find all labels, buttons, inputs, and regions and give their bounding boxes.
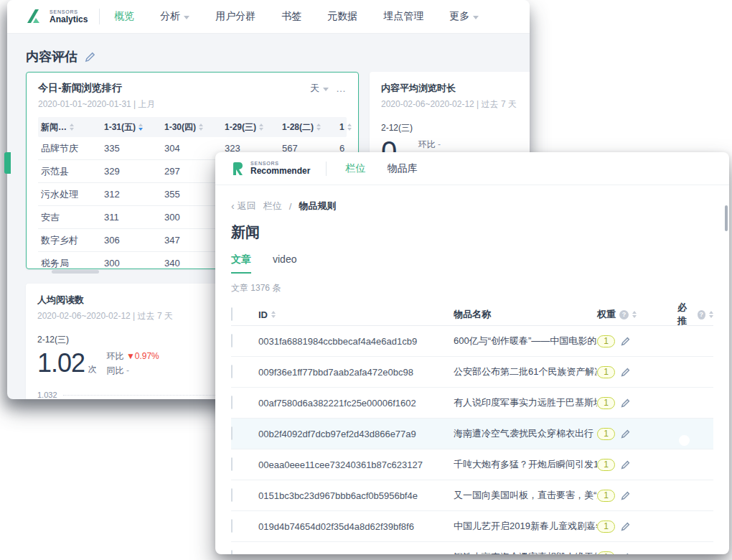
news-column-header[interactable]: 新闻… [41, 121, 104, 134]
breadcrumb-parent[interactable]: 栏位 [263, 200, 282, 213]
column-id: ID [258, 309, 268, 320]
sensors-recommender-logo[interactable]: SENSORS Recommender [230, 161, 310, 177]
edit-weight-icon[interactable] [621, 429, 630, 439]
edit-weight-icon[interactable] [621, 553, 630, 555]
nav-item[interactable]: 埋点管理 [383, 10, 423, 23]
table-row[interactable]: 00eaa0eee11cee73240361b87c623127 千吨大炮有多猛… [231, 449, 713, 480]
item-name: 600亿与“创作暖春”——中国电影的2018 [454, 335, 597, 347]
item-id: 0151bc3bc23d967bbb6acf0b5956bf4e [258, 490, 454, 501]
recommender-tab[interactable]: 栏位 [345, 162, 365, 175]
chevron-down-icon [473, 16, 479, 19]
nav-item[interactable]: 用户分群 [215, 10, 255, 23]
metric-date-label: 2-12(三) [381, 122, 530, 134]
items-table-body: 0031fa6881984ccbbecaf4a4e6ad1cb9 600亿与“创… [231, 326, 713, 554]
edit-weight-icon[interactable] [621, 368, 630, 377]
item-name: 钢铁大亨李海仓遇害真相毁人缘于仇富心理 [454, 551, 597, 554]
item-id: 00af7580d6a382221fc25e00006f1602 [258, 398, 454, 409]
metric-unit: 次 [88, 364, 97, 374]
news-column-header[interactable]: 1-29(三) [225, 121, 282, 134]
nav-item[interactable]: 元数据 [327, 10, 357, 23]
news-column-header[interactable]: 1 [339, 122, 352, 132]
table-row[interactable]: 009f36e1ff77bbd7aab2afa472e0bc98 公安部公布第二… [231, 357, 713, 388]
card-date-range: 2020-01-01~2020-01-31 | 上月 [38, 98, 156, 111]
sort-icon[interactable] [139, 123, 143, 131]
edit-title-icon[interactable] [85, 52, 95, 62]
nav-item[interactable]: 更多 [449, 10, 479, 23]
edit-weight-icon[interactable] [621, 398, 630, 408]
brand-bottom: Analytics [50, 15, 88, 24]
recommender-body: ‹ 返回 栏位 / 物品规则 新闻 文章 video 文 [215, 200, 729, 554]
row-checkbox[interactable] [231, 457, 233, 471]
sort-icon[interactable] [316, 123, 321, 131]
item-name: 又一国向美国叫板，直击要害，美“新亚... [454, 489, 597, 502]
table-row[interactable]: 0151bc3bc23d967bbb6acf0b5956bf4e 又一国向美国叫… [231, 480, 713, 511]
card-more-button[interactable]: … [336, 83, 347, 94]
page-title: 内容评估 [26, 48, 78, 65]
weight-badge: 1 [597, 521, 615, 533]
nav-item[interactable]: 分析 [160, 10, 189, 23]
sort-icon[interactable] [70, 123, 74, 131]
content-tab[interactable]: 文章 [231, 253, 251, 274]
weight-badge: 1 [597, 397, 615, 409]
table-row[interactable]: 00af7580d6a382221fc25e00006f1602 有人说印度军事… [231, 388, 713, 419]
item-name: 千吨大炮有多猛？开炮后瞬间引发16级... [454, 458, 597, 471]
table-row[interactable]: 0031fa6881984ccbbecaf4a4e6ad1cb9 600亿与“创… [231, 326, 713, 357]
nav-item[interactable]: 概览 [114, 10, 134, 23]
news-column-header[interactable]: 1-30(四) [164, 121, 225, 134]
content-tab[interactable]: video [273, 253, 296, 274]
edit-weight-icon[interactable] [621, 491, 630, 500]
granularity-select[interactable]: 天 [310, 82, 329, 95]
section-title: 新闻 [231, 223, 713, 242]
row-checkbox[interactable] [231, 519, 233, 533]
breadcrumb-current: 物品规则 [299, 200, 336, 213]
news-column-header[interactable]: 1-28(二) [282, 121, 339, 134]
ratio-down-value: ▼0.97% [126, 351, 159, 361]
row-checkbox[interactable] [231, 365, 233, 378]
sort-icon[interactable] [632, 311, 637, 318]
select-all-checkbox[interactable] [231, 307, 233, 321]
sort-icon[interactable] [259, 123, 263, 131]
sort-icon[interactable] [709, 311, 713, 318]
sensors-logo-icon [26, 9, 44, 24]
edit-weight-icon[interactable] [621, 460, 630, 470]
sensors-analytics-logo[interactable]: SENSORS Analytics [26, 9, 88, 24]
row-checkbox[interactable] [231, 426, 233, 440]
table-row[interactable]: 01aa0d5701204bd00c48597276db5a87 钢铁大亨李海仓… [231, 542, 713, 554]
item-id: 01aa0d5701204bd00c48597276db5a87 [258, 552, 454, 555]
sort-icon[interactable] [271, 311, 276, 318]
sort-icon[interactable] [199, 123, 203, 131]
page-title-row: 内容评估 [7, 34, 530, 65]
column-weight: 权重 [597, 308, 616, 321]
metric-value: 1.02 [37, 348, 85, 378]
recommender-tab[interactable]: 物品库 [387, 162, 417, 175]
column-name: 物品名称 [454, 308, 491, 321]
top-navbar: SENSORS Analytics 概览 分析 [7, 0, 530, 34]
item-name: 公安部公布第二批61个民族资产解冻类... [454, 365, 597, 378]
news-column-header[interactable]: 1-31(五) [104, 121, 164, 134]
recommender-tabs: 栏位 物品库 [345, 162, 438, 175]
edit-weight-icon[interactable] [621, 522, 630, 531]
side-feedback-tab[interactable] [4, 152, 11, 174]
weight-badge: 1 [597, 490, 615, 502]
table-row[interactable]: 019d4b74654d02f35d4a8d62f39bf8f6 中国儿艺开启2… [231, 511, 713, 542]
item-id: 0031fa6881984ccbbecaf4a4e6ad1cb9 [258, 336, 454, 347]
table-row[interactable]: 00b2f4092df7dcb97ef2d43d866e77a9 海南遭冷空气袭… [231, 419, 713, 449]
help-icon[interactable]: ? [698, 310, 705, 319]
item-name: 中国儿艺开启2019新春儿童戏剧嘉年华1... [454, 520, 597, 533]
sort-icon[interactable] [347, 123, 352, 131]
row-checkbox[interactable] [231, 396, 233, 409]
row-checkbox[interactable] [231, 334, 233, 347]
row-checkbox[interactable] [231, 550, 233, 554]
row-checkbox[interactable] [231, 488, 233, 502]
recommender-logo-icon [230, 161, 245, 177]
nav-item[interactable]: 书签 [281, 10, 301, 23]
item-name: 海南遭冷空气袭扰民众穿棉衣出行 [454, 427, 597, 440]
horizontal-scrollbar-thumb[interactable] [52, 270, 99, 274]
back-link[interactable]: ‹ 返回 [231, 200, 256, 213]
vertical-scrollbar-thumb[interactable] [725, 205, 728, 231]
edit-weight-icon[interactable] [621, 337, 630, 346]
news-table-header: 新闻… 1-31(五) 1-30(四) [38, 117, 347, 137]
help-icon[interactable]: ? [619, 310, 629, 319]
brand-bottom: Recommender [250, 167, 310, 176]
item-id: 019d4b74654d02f35d4a8d62f39bf8f6 [258, 521, 454, 532]
